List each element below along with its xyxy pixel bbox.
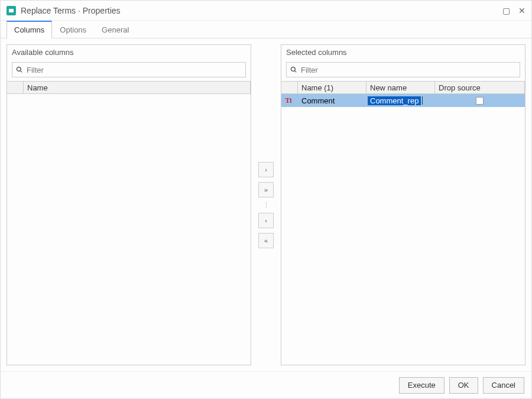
text-caret-icon — [422, 96, 423, 105]
selected-header-drop[interactable]: Drop source — [435, 82, 525, 93]
dialog-footer: Execute OK Cancel — [1, 371, 531, 398]
selected-header-name[interactable]: Name (1) — [298, 82, 366, 93]
tab-bar: Columns Options General — [1, 21, 531, 38]
row-name-cell[interactable]: Comment — [298, 94, 366, 107]
app-icon — [7, 6, 16, 15]
execute-button[interactable]: Execute — [399, 377, 445, 394]
available-filter-input[interactable] — [27, 66, 242, 74]
content-area: Available columns Name › » ‹ « Selected — [1, 38, 531, 371]
remove-button[interactable]: ‹ — [258, 213, 274, 228]
remove-all-button[interactable]: « — [258, 233, 274, 248]
drop-source-checkbox[interactable] — [476, 97, 484, 105]
add-all-button[interactable]: » — [258, 182, 274, 197]
selected-columns-panel: Selected columns Name (1) New name Drop … — [281, 44, 525, 365]
available-table-header: Name — [7, 81, 251, 94]
selected-columns-title: Selected columns — [281, 45, 525, 60]
search-icon — [290, 66, 297, 73]
transfer-separator — [266, 202, 267, 208]
transfer-buttons: › » ‹ « — [256, 44, 276, 365]
available-columns-title: Available columns — [7, 45, 251, 60]
close-icon[interactable]: ✕ — [518, 6, 525, 15]
available-filter[interactable] — [12, 62, 246, 77]
tab-options[interactable]: Options — [52, 21, 94, 38]
text-type-icon: Tt — [285, 96, 291, 105]
dialog-window: Replace Terms · Properties ▢ ✕ Columns O… — [0, 0, 532, 399]
selected-header-icon-col[interactable] — [281, 82, 298, 93]
cancel-button[interactable]: Cancel — [483, 377, 524, 394]
window-controls: ▢ ✕ — [502, 6, 525, 15]
available-header-icon-col[interactable] — [7, 82, 24, 93]
window-title: Replace Terms · Properties — [21, 6, 121, 15]
titlebar: Replace Terms · Properties ▢ ✕ — [1, 1, 531, 21]
row-drop-cell[interactable] — [435, 94, 525, 107]
add-button[interactable]: › — [258, 162, 274, 177]
row-newname-cell[interactable]: Comment_rep — [366, 94, 435, 107]
search-icon — [16, 66, 23, 73]
table-row[interactable]: Tt Comment Comment_rep — [281, 94, 525, 107]
maximize-icon[interactable]: ▢ — [502, 6, 510, 15]
available-table-body — [7, 94, 251, 365]
selected-table-body: Tt Comment Comment_rep — [281, 94, 525, 365]
selected-filter[interactable] — [286, 62, 520, 77]
available-columns-panel: Available columns Name — [7, 44, 251, 365]
tab-columns[interactable]: Columns — [7, 21, 52, 38]
available-header-name[interactable]: Name — [24, 82, 251, 93]
selected-table-header: Name (1) New name Drop source — [281, 81, 525, 94]
newname-edit-value[interactable]: Comment_rep — [368, 96, 421, 105]
selected-header-newname[interactable]: New name — [366, 82, 435, 93]
tab-general[interactable]: General — [94, 21, 137, 38]
row-type-icon-cell: Tt — [281, 94, 298, 107]
selected-filter-input[interactable] — [301, 66, 516, 74]
ok-button[interactable]: OK — [449, 377, 478, 394]
